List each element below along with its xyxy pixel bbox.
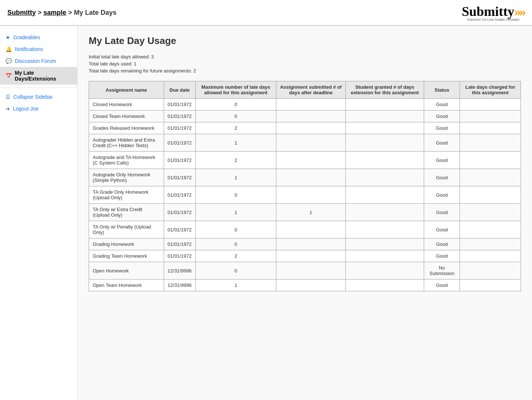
cell-extension — [345, 250, 424, 262]
cell-due-date: 01/01/1972 — [164, 221, 195, 238]
cell-extension — [345, 279, 424, 291]
summary-line-1: Initial total late days allowed: 3 — [89, 54, 521, 60]
cell-max-late: 0 — [195, 262, 276, 279]
table-row: Grading Homework 01/01/1972 0 Good — [89, 238, 521, 250]
calendar-icon: 📅 — [6, 73, 12, 79]
cell-charged — [460, 238, 521, 250]
cell-submitted-after — [276, 134, 345, 152]
sidebar-item-discussion-label: Discussion Forum — [15, 58, 56, 64]
cell-due-date: 01/01/1972 — [164, 169, 195, 186]
logo: Submitty»» Instructor On-Line Grader Ass… — [462, 4, 525, 21]
cell-due-date: 01/01/1972 — [164, 186, 195, 204]
table-row: Autograde Only Homework (Simple Python) … — [89, 169, 521, 186]
cell-max-late: 0 — [195, 221, 276, 238]
cell-status: Good — [424, 111, 460, 122]
table-header-row: Assignment name Due date Maximum number … — [89, 81, 521, 99]
cell-assignment-name: Open Homework — [89, 262, 164, 279]
cell-max-late: 1 — [195, 134, 276, 152]
cell-due-date: 01/01/1972 — [164, 134, 195, 152]
sidebar-item-gradeables[interactable]: ★ Gradeables — [0, 31, 77, 43]
main-layout: ★ Gradeables 🔔 Notifications 💬 Discussio… — [0, 26, 532, 400]
table-row: TA Only w/ Extra Credit (Upload Only) 01… — [89, 204, 521, 221]
cell-assignment-name: Grades Released Homework — [89, 122, 164, 134]
cell-assignment-name: Autograde and TA Homework (C System Call… — [89, 152, 164, 169]
cell-assignment-name: Autograder Hidden and Extra Credit (C++ … — [89, 134, 164, 152]
sidebar-item-late-days[interactable]: 📅 My Late Days/Extensions — [0, 67, 77, 85]
cell-due-date: 01/01/1972 — [164, 122, 195, 134]
table-row: Closed Team Homework 01/01/1972 0 Good — [89, 111, 521, 122]
breadcrumb-separator1: > — [38, 9, 44, 16]
cell-submitted-after — [276, 122, 345, 134]
cell-assignment-name: Open Team Homework — [89, 279, 164, 291]
cell-due-date: 01/01/1972 — [164, 238, 195, 250]
cell-submitted-after — [276, 169, 345, 186]
cell-due-date: 01/01/1972 — [164, 111, 195, 122]
cell-due-date: 01/01/1972 — [164, 152, 195, 169]
cell-charged — [460, 262, 521, 279]
cell-max-late: 2 — [195, 250, 276, 262]
cell-extension — [345, 186, 424, 204]
breadcrumb-sample-link[interactable]: sample — [44, 9, 66, 16]
cell-assignment-name: Grading Homework — [89, 238, 164, 250]
cell-due-date: 01/01/1972 — [164, 99, 195, 111]
cell-assignment-name: TA Grade Only Homework (Upload Only) — [89, 186, 164, 204]
cell-assignment-name: TA Only w/ Penalty (Upload Only) — [89, 221, 164, 238]
cell-max-late: 1 — [195, 169, 276, 186]
cell-assignment-name: TA Only w/ Extra Credit (Upload Only) — [89, 204, 164, 221]
cell-status: Good — [424, 250, 460, 262]
sidebar-item-notifications[interactable]: 🔔 Notifications — [0, 43, 77, 55]
star-icon: ★ — [6, 34, 10, 40]
cell-charged — [460, 169, 521, 186]
breadcrumb-page: My Late Days — [74, 9, 116, 16]
breadcrumb: Submitty > sample > My Late Days — [7, 9, 116, 17]
col-header-max-late: Maximum number of late days allowed for … — [195, 81, 276, 99]
cell-extension — [345, 169, 424, 186]
sidebar-divider — [0, 88, 77, 88]
page-title: My Late Day Usage — [89, 35, 521, 47]
cell-status: No Submission — [424, 262, 460, 279]
sidebar-item-late-days-label: My Late Days/Extensions — [15, 70, 72, 82]
col-header-status: Status — [424, 81, 460, 99]
cell-extension — [345, 152, 424, 169]
cell-charged — [460, 134, 521, 152]
cell-charged — [460, 152, 521, 169]
table-row: Autograde and TA Homework (C System Call… — [89, 152, 521, 169]
summary-line-3: Total late days remaining for future ass… — [89, 68, 521, 74]
cell-due-date: 12/31/9996 — [164, 279, 195, 291]
breadcrumb-separator2: > — [68, 9, 74, 16]
sidebar-item-notifications-label: Notifications — [15, 46, 43, 52]
col-header-charged: Late days charged for this assignment — [460, 81, 521, 99]
cell-assignment-name: Closed Homework — [89, 99, 164, 111]
sidebar: ★ Gradeables 🔔 Notifications 💬 Discussio… — [0, 26, 78, 400]
breadcrumb-submitty-link[interactable]: Submitty — [7, 9, 36, 16]
sidebar-logout[interactable]: ➜ Logout Joe — [0, 103, 77, 115]
cell-submitted-after — [276, 99, 345, 111]
table-row: TA Grade Only Homework (Upload Only) 01/… — [89, 186, 521, 204]
cell-max-late: 2 — [195, 152, 276, 169]
cell-max-late: 1 — [195, 204, 276, 221]
cell-max-late: 2 — [195, 122, 276, 134]
cell-charged — [460, 186, 521, 204]
cell-submitted-after — [276, 152, 345, 169]
cell-submitted-after: 1 — [276, 204, 345, 221]
table-row: Grades Released Homework 01/01/1972 2 Go… — [89, 122, 521, 134]
cell-status: Good — [424, 122, 460, 134]
late-days-table: Assignment name Due date Maximum number … — [89, 81, 521, 291]
sidebar-collapse[interactable]: ☰ Collapse Sidebar — [0, 91, 77, 103]
collapse-icon: ☰ — [6, 94, 10, 100]
cell-due-date: 01/01/1972 — [164, 204, 195, 221]
sidebar-collapse-label: Collapse Sidebar — [13, 94, 53, 100]
col-header-submitted-after: Assignment submitted # of days after dea… — [276, 81, 345, 99]
cell-status: Good — [424, 204, 460, 221]
table-row: Grading Team Homework 01/01/1972 2 Good — [89, 250, 521, 262]
summary-line-2: Total late days used: 1 — [89, 61, 521, 67]
content-area: My Late Day Usage Initial total late day… — [78, 26, 532, 400]
cell-extension — [345, 122, 424, 134]
sidebar-item-discussion-forum[interactable]: 💬 Discussion Forum — [0, 55, 77, 67]
cell-extension — [345, 134, 424, 152]
cell-status: Good — [424, 186, 460, 204]
bell-icon: 🔔 — [6, 46, 12, 52]
sidebar-item-gradeables-label: Gradeables — [13, 34, 40, 40]
cell-assignment-name: Autograde Only Homework (Simple Python) — [89, 169, 164, 186]
table-row: TA Only w/ Penalty (Upload Only) 01/01/1… — [89, 221, 521, 238]
